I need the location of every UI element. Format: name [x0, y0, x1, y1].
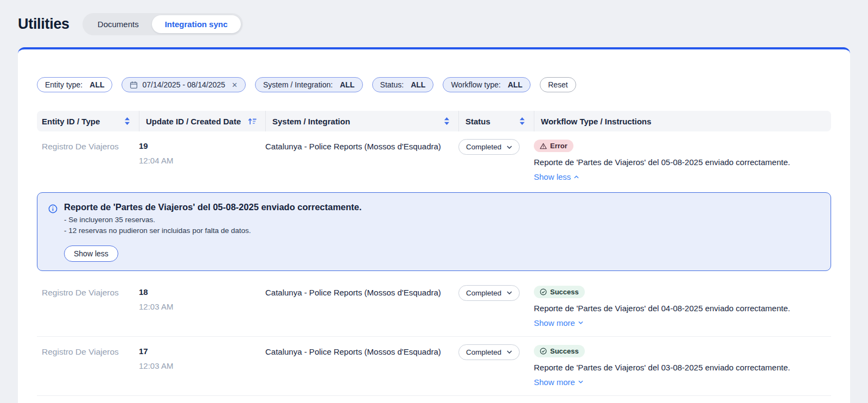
- col-status[interactable]: Status: [458, 111, 534, 131]
- update-id: 17: [139, 347, 265, 356]
- col-update-id-date[interactable]: Update ID / Created Date: [139, 111, 265, 131]
- chevron-down-icon: [578, 321, 583, 324]
- filter-system-integration[interactable]: System / Integration: ALL: [255, 77, 363, 92]
- created-time: 12:03 AM: [139, 302, 265, 311]
- status-dropdown[interactable]: Completed: [458, 139, 520, 155]
- success-badge: Success: [534, 286, 585, 298]
- system-cell: Catalunya - Police Reports (Mossos d'Esq…: [265, 347, 458, 387]
- filter-date-range[interactable]: 07/14/2025 - 08/14/2025 ✕: [122, 77, 245, 92]
- update-cell: 18 12:03 AM: [139, 287, 265, 328]
- table-header: Entity ID / Type Update ID / Created Dat…: [37, 111, 831, 131]
- filter-value: ALL: [411, 80, 425, 89]
- update-id: 18: [139, 287, 265, 297]
- status-cell: Completed: [458, 287, 534, 328]
- expanded-instructions-panel: Reporte de 'Partes de Viajeros' del 05-0…: [37, 192, 831, 271]
- panel-line: - 12 reservas no pudieron ser incluidas …: [64, 225, 362, 236]
- sort-icon[interactable]: [444, 117, 450, 125]
- warning-icon: [540, 143, 547, 149]
- info-icon: [48, 204, 58, 262]
- tab-group: Documents Integration sync: [82, 13, 243, 35]
- success-badge: Success: [534, 345, 585, 357]
- col-workflow-instructions: Workflow Type / Instructions: [534, 111, 831, 131]
- show-more-link[interactable]: Show more: [534, 377, 583, 387]
- status-value: Completed: [466, 348, 501, 356]
- content-card: Entity type: ALL 07/14/2025 - 08/14/2025…: [18, 47, 850, 403]
- entity-type-cell: Registro De Viajeros: [42, 287, 139, 328]
- instruction-text: Reporte de 'Partes de Viajeros' del 04-0…: [534, 304, 790, 313]
- status-cell: Completed: [458, 141, 534, 181]
- filter-workflow-type[interactable]: Workflow type: ALL: [443, 77, 531, 92]
- chevron-down-icon: [507, 146, 512, 149]
- entity-type-cell: Registro De Viajeros: [42, 141, 139, 181]
- filter-value: ALL: [340, 80, 354, 89]
- calendar-icon: [130, 81, 138, 89]
- col-entity-id-type[interactable]: Entity ID / Type: [42, 111, 139, 131]
- table-row: Registro De Viajeros 18 12:03 AM Catalun…: [37, 278, 831, 336]
- status-dropdown[interactable]: Completed: [458, 344, 520, 360]
- panel-content: Reporte de 'Partes de Viajeros' del 05-0…: [64, 202, 362, 262]
- filter-value: ALL: [508, 80, 522, 89]
- instruction-text: Reporte de 'Partes de Viajeros' del 03-0…: [534, 363, 790, 372]
- panel-line: - Se incluyeron 35 reservas.: [64, 215, 362, 225]
- status-cell: Completed: [458, 347, 534, 387]
- status-value: Completed: [466, 289, 501, 297]
- panel-show-less-button[interactable]: Show less: [64, 245, 118, 262]
- created-time: 12:04 AM: [139, 156, 265, 165]
- workflow-cell: Success Reporte de 'Partes de Viajeros' …: [534, 287, 831, 328]
- filter-entity-type[interactable]: Entity type: ALL: [37, 77, 112, 92]
- page-header: Utilities Documents Integration sync: [0, 0, 868, 47]
- show-less-link[interactable]: Show less: [534, 172, 579, 181]
- status-value: Completed: [466, 143, 501, 151]
- check-circle-icon: [540, 288, 547, 295]
- workflow-cell: Error Reporte de 'Partes de Viajeros' de…: [534, 141, 831, 181]
- status-dropdown[interactable]: Completed: [458, 285, 520, 301]
- filter-value: ALL: [90, 80, 104, 89]
- instruction-text: Reporte de 'Partes de Viajeros' del 05-0…: [534, 158, 790, 167]
- tab-documents[interactable]: Documents: [85, 15, 152, 33]
- filter-label: System / Integration:: [263, 80, 333, 89]
- check-circle-icon: [540, 348, 547, 355]
- table-row: Registro De Viajeros 16 12:02 AM Catalun…: [37, 395, 831, 403]
- chevron-down-icon: [578, 380, 583, 383]
- tab-integration-sync[interactable]: Integration sync: [152, 15, 241, 33]
- show-more-link[interactable]: Show more: [534, 318, 583, 328]
- update-cell: 19 12:04 AM: [139, 141, 265, 181]
- table-row: Registro De Viajeros 17 12:03 AM Catalun…: [37, 336, 831, 395]
- sort-icon[interactable]: [124, 117, 130, 125]
- filter-status[interactable]: Status: ALL: [372, 77, 434, 92]
- sort-icon[interactable]: [519, 117, 525, 125]
- sort-ascending-icon[interactable]: [248, 118, 257, 125]
- system-cell: Catalunya - Police Reports (Mossos d'Esq…: [265, 287, 458, 328]
- filter-label: Entity type:: [45, 80, 82, 89]
- reset-filters-button[interactable]: Reset: [540, 77, 576, 92]
- error-badge: Error: [534, 140, 573, 152]
- filter-label: Workflow type:: [451, 80, 501, 89]
- update-cell: 17 12:03 AM: [139, 347, 265, 387]
- filter-label: Status:: [380, 80, 404, 89]
- system-cell: Catalunya - Police Reports (Mossos d'Esq…: [265, 141, 458, 181]
- page-title: Utilities: [18, 16, 69, 33]
- entity-type-cell: Registro De Viajeros: [42, 347, 139, 387]
- col-system-integration[interactable]: System / Integration: [265, 111, 458, 131]
- panel-title: Reporte de 'Partes de Viajeros' del 05-0…: [64, 202, 362, 212]
- workflow-cell: Success Reporte de 'Partes de Viajeros' …: [534, 347, 831, 387]
- date-range-value: 07/14/2025 - 08/14/2025: [142, 80, 225, 89]
- chevron-down-icon: [507, 350, 512, 354]
- chevron-down-icon: [507, 291, 512, 294]
- table-row: Registro De Viajeros 19 12:04 AM Catalun…: [37, 131, 831, 190]
- chevron-up-icon: [574, 175, 579, 179]
- created-time: 12:03 AM: [139, 361, 265, 370]
- update-id: 19: [139, 141, 265, 150]
- clear-date-icon[interactable]: ✕: [232, 81, 238, 89]
- filter-bar: Entity type: ALL 07/14/2025 - 08/14/2025…: [37, 77, 831, 92]
